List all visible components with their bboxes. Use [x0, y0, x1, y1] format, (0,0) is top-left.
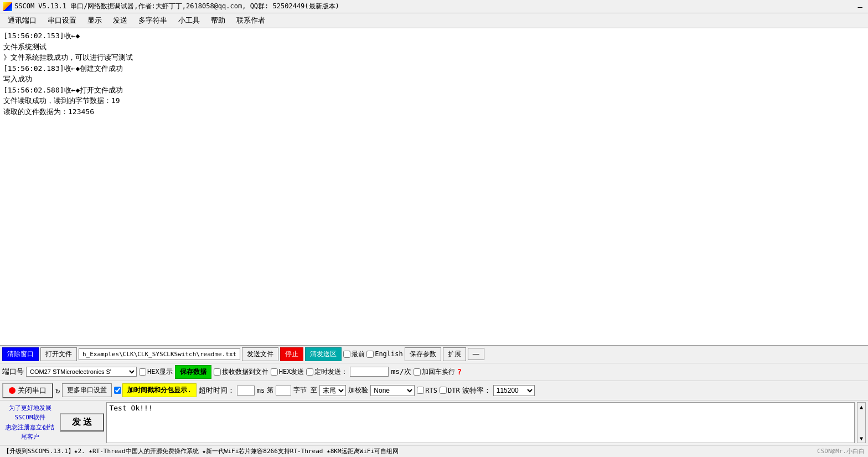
hex-send-text: HEX发送 [279, 367, 304, 377]
rts-checkbox[interactable] [417, 387, 424, 394]
terminal-output: [15:56:02.153]收←◆ 文件系统测试 》文件系统挂载成功，可以进行读… [0, 28, 868, 345]
minimize-button[interactable]: — [856, 2, 865, 11]
rts-checkbox-label[interactable]: RTS [417, 387, 437, 394]
terminal-line-9: 读取的文件数据为：123456 [3, 106, 865, 117]
terminal-line-0: [15:56:02.153]收←◆ [3, 30, 865, 42]
checksum-select[interactable]: None [370, 385, 415, 396]
scroll-up-arrow[interactable]: ▲ [857, 403, 865, 411]
timed-send-text: 定时发送： [314, 367, 348, 377]
promo-text: 为了更好地发展SSCOM软件 惠您注册嘉立创结尾客户 [2, 402, 58, 443]
timeout-input[interactable]: 20 [237, 386, 255, 396]
status-marquee: 【升级到SSCOM5.13.1】★2. ★RT-Thread中国人的开源免费操作… [3, 447, 817, 455]
port-label: 端口号 [2, 367, 24, 377]
timestamp-checkbox-label[interactable]: 加时间戳和分包显示. [114, 383, 196, 397]
last-checkbox[interactable] [343, 351, 350, 358]
timeout-label: 超时时间： [199, 386, 235, 396]
toolbar2: 端口号 COM27 STMicroelectronics S' HEX显示 保存… [0, 363, 868, 381]
csdn-label: CSDN@Mr.小白白 [817, 447, 865, 455]
title-text: SSCOM V5.13.1 串口/网络数据调试器,作者:大虾丁丁,2618058… [14, 2, 339, 11]
terminal-line-8: 文件读取成功，读到的字节数据：19 [3, 95, 865, 106]
title-bar: SSCOM V5.13.1 串口/网络数据调试器,作者:大虾丁丁,2618058… [0, 0, 868, 13]
send-file-button[interactable]: 发送文件 [242, 347, 278, 361]
timestamp-checkbox[interactable] [114, 387, 121, 394]
baud-select[interactable]: 115200 [493, 385, 535, 396]
hex-send-checkbox[interactable] [271, 368, 278, 376]
terminal-line-5: 写入成功 [3, 74, 865, 85]
end-select[interactable]: 末尾 [319, 385, 346, 396]
hex-display-label[interactable]: HEX显示 [139, 367, 173, 377]
menu-chuankou[interactable]: 串口设置 [42, 14, 82, 27]
promo-line2: 惠您注册嘉立创结尾客户 [4, 423, 55, 442]
cr-label[interactable]: 加回车换行 [414, 367, 455, 377]
recv-file-checkbox-label[interactable]: 接收数据到文件 [214, 367, 268, 377]
last-checkbox-label[interactable]: 最前 [343, 350, 365, 359]
save-params-button[interactable]: 保存参数 [405, 347, 441, 361]
send-scrollbar[interactable]: ▲ ▼ [857, 402, 866, 443]
port-select[interactable]: COM27 STMicroelectronics S' [26, 367, 137, 377]
timed-send-label[interactable]: 定时发送： [306, 367, 348, 377]
bottom-area: 清除窗口 打开文件 h_Examples\CLK\CLK_SYSCLKSwitc… [0, 345, 868, 457]
send-input[interactable]: Test Ok!!! [106, 402, 855, 443]
recv-file-text: 接收数据到文件 [222, 367, 268, 377]
byte-prefix-label: 第 [267, 386, 273, 395]
hex-send-label[interactable]: HEX发送 [271, 367, 304, 377]
more-settings-button[interactable]: 更多串口设置 [62, 383, 112, 397]
title-left: SSCOM V5.13.1 串口/网络数据调试器,作者:大虾丁丁,2618058… [3, 2, 339, 11]
hex-display-text: HEX显示 [147, 367, 173, 377]
cr-text: 加回车换行 [422, 367, 455, 377]
last-label: 最前 [352, 350, 365, 359]
clear-window-button[interactable]: 清除窗口 [2, 347, 39, 361]
timed-value-input[interactable]: 15000 [350, 367, 389, 377]
terminal-line-2: 》文件系统挂载成功，可以进行读写测试 [3, 52, 865, 63]
toolbar1-minimize-button[interactable]: — [468, 348, 484, 360]
expand-button[interactable]: 扩展 [443, 347, 466, 361]
rts-label-text: RTS [425, 387, 437, 394]
refresh-icon[interactable]: ↻ [55, 386, 60, 395]
byte-num-input[interactable]: 1 [276, 386, 291, 396]
menu-lianxi[interactable]: 联系作者 [231, 14, 271, 27]
menu-fasong[interactable]: 发送 [107, 14, 133, 27]
close-port-label: 关闭串口 [18, 386, 46, 396]
terminal-line-4: [15:56:02.183]收←◆创建文件成功 [3, 63, 865, 74]
timed-send-checkbox[interactable] [306, 368, 313, 376]
scroll-down-arrow[interactable]: ▼ [857, 434, 865, 443]
red-circle-icon [9, 387, 16, 394]
status-bar: 【升级到SSCOM5.13.1】★2. ★RT-Thread中国人的开源免费操作… [0, 445, 868, 457]
send-area: 为了更好地发展SSCOM软件 惠您注册嘉立创结尾客户 发 送 Test Ok!!… [0, 400, 868, 445]
checksum-label: 加校验 [348, 386, 368, 395]
save-data-button[interactable]: 保存数据 [175, 365, 211, 379]
cr-checkbox[interactable] [414, 368, 421, 376]
menu-duozifuchuan[interactable]: 多字符串 [133, 14, 173, 27]
open-file-button[interactable]: 打开文件 [40, 347, 77, 361]
menu-bar: 通讯端口 串口设置 显示 发送 多字符串 小工具 帮助 联系作者 [0, 13, 868, 28]
hex-display-checkbox[interactable] [139, 368, 146, 376]
ms-unit-label: ms/次 [391, 367, 411, 377]
menu-xiaogongju[interactable]: 小工具 [173, 14, 205, 27]
help-question-icon[interactable]: ? [457, 367, 462, 376]
terminal-line-7: [15:56:02.580]收←◆打开文件成功 [3, 85, 865, 96]
menu-bangzhu[interactable]: 帮助 [205, 14, 231, 27]
english-checkbox[interactable] [366, 351, 374, 358]
menu-xianshi[interactable]: 显示 [82, 14, 107, 27]
menu-tongxun[interactable]: 通讯端口 [2, 14, 42, 27]
timestamp-label: 加时间戳和分包显示. [122, 383, 196, 397]
english-label: English [375, 350, 403, 358]
toolbar3: 关闭串口 ↻ 更多串口设置 加时间戳和分包显示. 超时时间： 20 ms 第 1… [0, 381, 868, 400]
dtr-checkbox[interactable] [440, 387, 447, 394]
timeout-ms-unit: ms [257, 387, 265, 394]
promo-line1: 为了更好地发展SSCOM软件 [4, 403, 55, 423]
file-path-display: h_Examples\CLK\CLK_SYSCLKSwitch\readme.t… [79, 348, 240, 360]
toolbar1: 清除窗口 打开文件 h_Examples\CLK\CLK_SYSCLKSwitc… [0, 346, 868, 363]
byte-suffix-label: 字节 至 [293, 386, 317, 395]
baud-label: 波特率： [462, 386, 491, 396]
close-port-button[interactable]: 关闭串口 [2, 383, 53, 398]
stop-button[interactable]: 停止 [280, 347, 303, 361]
dtr-label-text: DTR [448, 387, 460, 394]
app-icon [3, 2, 12, 11]
english-checkbox-label[interactable]: English [366, 350, 403, 358]
send-button[interactable]: 发 送 [60, 413, 104, 432]
clear-send-button[interactable]: 清发送区 [305, 347, 342, 361]
dtr-checkbox-label[interactable]: DTR [440, 387, 460, 394]
terminal-line-1: 文件系统测试 [3, 42, 865, 53]
recv-file-checkbox[interactable] [214, 368, 221, 376]
